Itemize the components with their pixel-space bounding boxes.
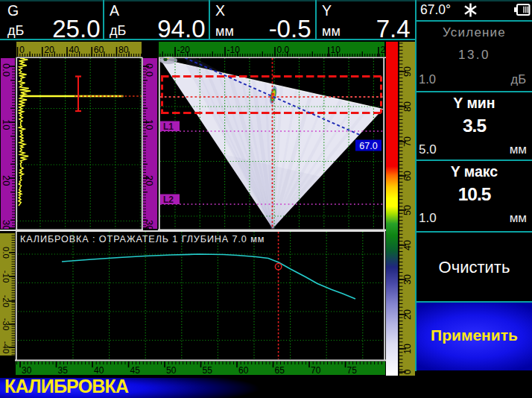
svg-text:0.0: 0.0 bbox=[1, 247, 10, 259]
svg-text:10: 10 bbox=[1, 119, 12, 130]
svg-text:35: 35 bbox=[58, 365, 69, 375]
svg-text:40: 40 bbox=[402, 240, 413, 250]
svg-text:65: 65 bbox=[275, 365, 285, 375]
svg-text:30: 30 bbox=[1, 220, 12, 229]
svg-text:30: 30 bbox=[402, 274, 413, 285]
svg-text:10: 10 bbox=[402, 344, 413, 354]
svg-text:-10: -10 bbox=[1, 271, 10, 283]
svg-text:L1: L1 bbox=[163, 121, 174, 132]
svg-text:50: 50 bbox=[166, 365, 177, 375]
svg-text:-10: -10 bbox=[227, 45, 241, 55]
svg-text:60: 60 bbox=[94, 45, 104, 55]
svg-text:0.0: 0.0 bbox=[1, 63, 12, 77]
svg-text:20: 20 bbox=[1, 175, 12, 186]
svg-text:60: 60 bbox=[402, 171, 413, 181]
svg-text:75: 75 bbox=[347, 365, 358, 375]
svg-text:20: 20 bbox=[402, 309, 413, 320]
svg-text:90: 90 bbox=[402, 66, 413, 77]
svg-text:40: 40 bbox=[94, 365, 104, 375]
svg-text:-20: -20 bbox=[177, 45, 191, 55]
svg-text:80: 80 bbox=[118, 45, 129, 55]
svg-text:20: 20 bbox=[144, 175, 155, 186]
svg-text:60: 60 bbox=[238, 365, 249, 375]
svg-text:-40: -40 bbox=[1, 341, 10, 354]
svg-text:L2: L2 bbox=[163, 195, 174, 205]
svg-text:20: 20 bbox=[381, 45, 385, 55]
svg-text:-20: -20 bbox=[1, 295, 10, 308]
svg-text:30: 30 bbox=[22, 365, 32, 375]
svg-text:-30: -30 bbox=[1, 318, 10, 331]
svg-text:0: 0 bbox=[19, 45, 25, 55]
svg-text:0: 0 bbox=[402, 369, 413, 374]
svg-text:30: 30 bbox=[144, 220, 155, 229]
svg-text:70: 70 bbox=[311, 365, 321, 375]
svg-text:50: 50 bbox=[402, 205, 413, 215]
svg-text:70: 70 bbox=[402, 136, 413, 147]
svg-text:67.0: 67.0 bbox=[359, 141, 377, 151]
svg-text:80: 80 bbox=[402, 101, 413, 112]
svg-text:20: 20 bbox=[44, 45, 54, 55]
svg-text:45: 45 bbox=[130, 365, 141, 375]
svg-text:40: 40 bbox=[69, 45, 80, 55]
svg-text:55: 55 bbox=[203, 365, 213, 375]
svg-text:10: 10 bbox=[144, 119, 155, 130]
svg-text:10: 10 bbox=[331, 45, 341, 55]
